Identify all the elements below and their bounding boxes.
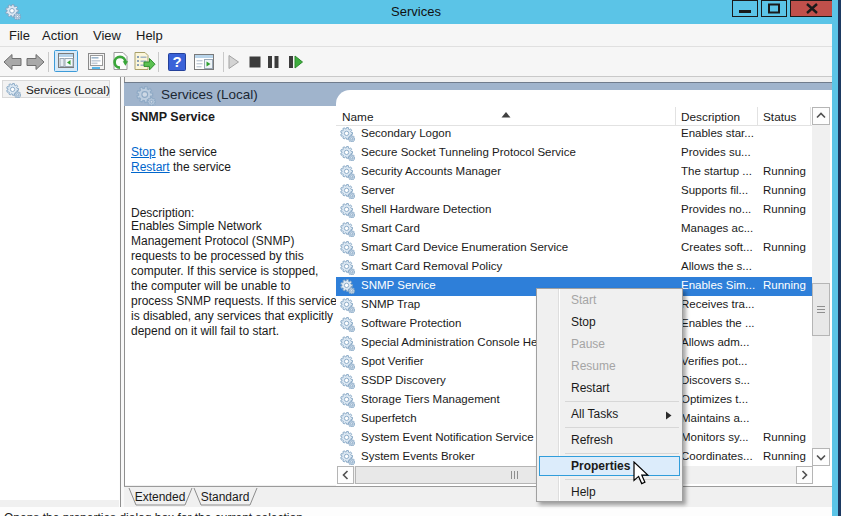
svg-text:Standard: Standard	[201, 490, 250, 504]
svg-text:?: ?	[172, 53, 181, 70]
svg-text:Extended: Extended	[135, 490, 186, 504]
